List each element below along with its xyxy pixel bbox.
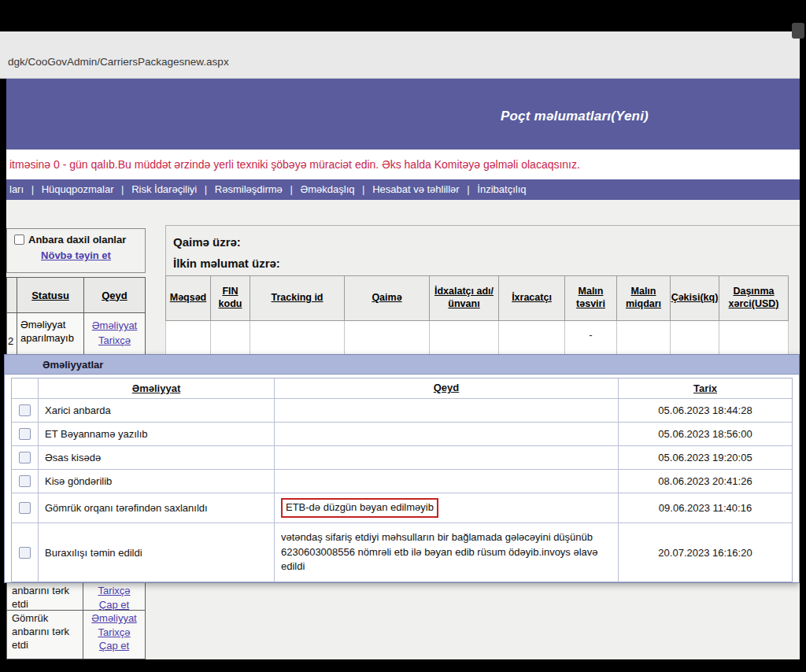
nav-separator: | <box>467 183 469 195</box>
nav-item-hesabat[interactable]: Hesabat və təhlillər <box>372 183 460 195</box>
row-checkbox[interactable] <box>19 475 31 487</box>
operation-link[interactable]: Əməliyyat <box>84 319 145 334</box>
page-header-band: Poçt məlumatları(Yeni) <box>6 79 800 150</box>
operation-note: vətəndaş sifariş etdiyi məhsulların bir … <box>275 523 619 582</box>
nav-item-emekdasliq[interactable]: Əməkdaşlıq <box>300 183 354 195</box>
operation-note <box>275 470 619 493</box>
table-row: anbarını tərk etdi Tarixçə Çap et <box>6 582 146 611</box>
nav-separator: | <box>205 183 207 195</box>
section-title-ilkin-melumat: İlkin məlumat üzrə: <box>173 257 280 270</box>
operation-date: 05.06.2023 18:44:28 <box>619 399 792 423</box>
column-header-malin-tesviri[interactable]: Malın təsviri <box>565 275 617 321</box>
operations-modal: Əməliyyatlar Əməliyyat Qeyd Tarix Xarici… <box>4 354 800 583</box>
nav-separator: | <box>362 183 364 195</box>
warehouse-filter-box: Anbara daxil olanlar Növbə təyin et <box>6 228 146 273</box>
checkbox-column-header <box>12 378 39 399</box>
operations-table-header-row: Əməliyyat Qeyd Tarix <box>12 378 792 399</box>
row-checkbox[interactable] <box>19 452 31 463</box>
status-column-header[interactable]: Statusu <box>17 278 84 312</box>
column-header-ixracatci[interactable]: İxracatçı <box>499 275 565 321</box>
table-row: Gömrük anbarını tərk etdi Əməliyyat Tari… <box>6 611 146 659</box>
operation-label: Buraxılışı təmin edildi <box>39 523 275 582</box>
column-header-qaime[interactable]: Qaimə <box>345 275 430 321</box>
column-header-cekisi[interactable]: Çəkisi(kq) <box>671 275 719 321</box>
nav-item-huquqpozmalar[interactable]: Hüquqpozmalar <box>42 183 114 195</box>
novbe-teyin-et-link[interactable]: Növbə təyin et <box>41 249 111 261</box>
nav-separator: | <box>31 183 34 195</box>
note-column-header[interactable]: Qeyd <box>275 378 619 399</box>
operation-label: ET Bəyannamə yazılıb <box>39 423 275 446</box>
highlighted-note: ETB-də düzgün bəyan edilməyib <box>281 498 438 518</box>
row-status-text: anbarını tərk etdi <box>7 583 83 610</box>
operation-date: 05.06.2023 18:56:00 <box>619 423 792 446</box>
operation-date: 08.06.2023 20:41:26 <box>619 470 792 493</box>
operation-label: Kisə göndərilib <box>39 470 275 493</box>
operation-note <box>275 399 619 423</box>
nav-item-risk-idareciliyi[interactable]: Risk İdarəçiliyi <box>131 183 197 195</box>
packages-table-header-row: Məqsəd FIN kodu Tracking id Qaimə İdxala… <box>165 275 789 321</box>
status-table-number-header <box>7 278 17 312</box>
operation-link[interactable]: Əməliyyat <box>83 611 145 626</box>
operation-row: Buraxılışı təmin edildi vətəndaş sifariş… <box>12 523 792 582</box>
operation-note <box>275 446 619 470</box>
anbara-daxil-label: Anbara daxil olanlar <box>28 234 126 246</box>
history-link[interactable]: Tarixçə <box>83 584 145 598</box>
operation-label: Gömrük orqanı tərəfindən saxlanıldı <box>39 493 275 523</box>
nav-item-resmilesdirme[interactable]: Rəsmiləşdirmə <box>215 183 283 195</box>
anbara-daxil-checkbox[interactable] <box>14 234 24 245</box>
operation-row: Xarici anbarda 05.06.2023 18:44:28 <box>12 399 792 423</box>
warning-text: itməsinə 0 - gün qalıb.Bu müddət ərzində… <box>9 158 580 171</box>
nav-separator: | <box>290 183 292 195</box>
operation-note <box>275 423 619 446</box>
browser-chrome: dgk/CooGovAdmin/CarriersPackagesnew.aspx <box>0 31 800 79</box>
column-header-tracking-id[interactable]: Tracking id <box>250 275 345 321</box>
operation-date: 20.07.2023 16:16:20 <box>619 523 792 582</box>
operation-date: 09.06.2023 11:40:16 <box>619 493 792 523</box>
address-bar-url[interactable]: dgk/CooGovAdmin/CarriersPackagesnew.aspx <box>8 56 229 68</box>
operations-table: Əməliyyat Qeyd Tarix Xarici anbarda 05.0… <box>11 378 793 582</box>
column-header-fin-kodu[interactable]: FIN kodu <box>211 275 250 321</box>
column-header-idxalatci[interactable]: İdxalatçı adı/ ünvanı <box>430 275 499 321</box>
row-checkbox[interactable] <box>19 547 31 559</box>
section-title-qaime: Qaimə üzrə: <box>173 235 241 249</box>
history-link[interactable]: Tarixçə <box>84 334 145 349</box>
nav-item-operations[interactable]: ları <box>9 183 24 195</box>
print-link[interactable]: Çap et <box>83 639 145 653</box>
operation-label: Əsas kisədə <box>39 446 275 470</box>
row-checkbox[interactable] <box>19 502 31 514</box>
operation-label: Xarici anbarda <box>39 399 275 423</box>
row-checkbox[interactable] <box>19 428 31 440</box>
status-table-bottom-rows: anbarını tərk etdi Tarixçə Çap et Gömrük… <box>6 582 146 659</box>
date-column-header[interactable]: Tarix <box>619 378 792 399</box>
status-table-header-row: Statusu Qeyd <box>6 277 146 313</box>
row-status-text: Gömrük anbarını tərk etdi <box>7 611 83 659</box>
operation-date: 05.06.2023 19:20:05 <box>619 446 792 470</box>
column-header-meqsed[interactable]: Məqsəd <box>165 275 211 321</box>
nav-item-inzibatciliq[interactable]: İnzibatçılıq <box>477 183 526 195</box>
row-checkbox[interactable] <box>19 404 31 416</box>
print-link[interactable]: Çap et <box>83 598 145 612</box>
operation-row-highlighted: Gömrük orqanı tərəfindən saxlanıldı ETB-… <box>12 493 792 523</box>
column-header-malin-miqdari[interactable]: Malın miqdarı <box>617 275 671 321</box>
note-column-header[interactable]: Qeyd <box>84 278 145 312</box>
operation-row: Əsas kisədə 05.06.2023 19:20:05 <box>12 446 792 470</box>
operation-row: Kisə göndərilib 08.06.2023 20:41:26 <box>12 470 792 493</box>
window-control-icon[interactable] <box>792 23 804 39</box>
modal-title: Əməliyyatlar <box>5 355 799 375</box>
history-link[interactable]: Tarixçə <box>83 626 145 640</box>
warning-band: itməsinə 0 - gün qalıb.Bu müddət ərzində… <box>6 150 800 179</box>
page-title: Poçt məlumatları(Yeni) <box>501 109 649 124</box>
main-nav: ları | Hüquqpozmalar | Risk İdarəçiliyi … <box>6 179 800 200</box>
operation-row: ET Bəyannamə yazılıb 05.06.2023 18:56:00 <box>12 423 792 446</box>
operation-column-header[interactable]: Əməliyyat <box>39 378 275 399</box>
nav-separator: | <box>121 183 124 195</box>
screen: dgk/CooGovAdmin/CarriersPackagesnew.aspx… <box>0 0 806 672</box>
column-header-dasinma-xerci[interactable]: Daşınma xərci(USD) <box>719 275 789 321</box>
